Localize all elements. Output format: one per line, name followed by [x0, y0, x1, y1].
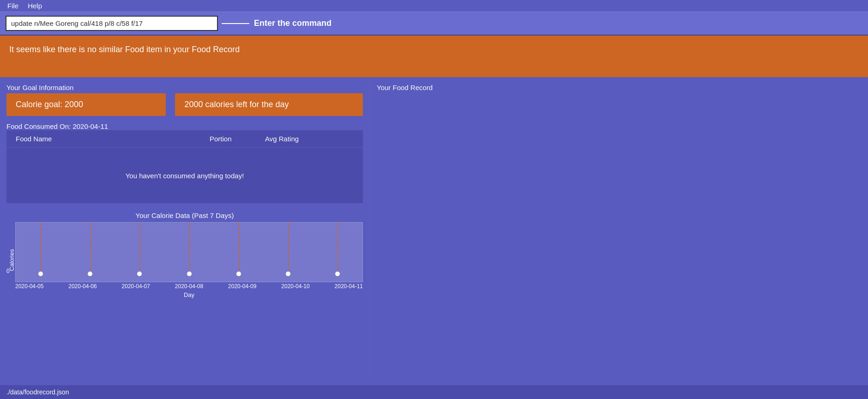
chart-dot: [335, 272, 340, 276]
chart-dashed-line: [41, 223, 42, 274]
calories-left-box: 2000 calories left for the day: [175, 93, 363, 116]
food-consumed-section: Food Consumed On: 2020-04-11 Food Name P…: [6, 121, 363, 203]
chart-dashed-line: [189, 223, 190, 274]
status-path: ./data/foodrecord.json: [6, 388, 69, 396]
chart-dashed-line: [239, 223, 240, 274]
chart-dashed-line: [338, 223, 338, 274]
command-bar: Enter the command: [0, 12, 868, 36]
chart-dashed-line: [288, 223, 289, 274]
food-table-body: You haven't consumed anything today!: [6, 148, 363, 203]
chart-x-date-label: 2020-04-09: [228, 283, 256, 290]
calorie-goal-box: Calorie goal: 2000: [6, 93, 166, 116]
command-arrow: [222, 23, 252, 24]
command-label: Enter the command: [254, 18, 332, 28]
chart-dashed-line: [90, 223, 91, 274]
status-bar: ./data/foodrecord.json: [0, 385, 868, 399]
command-input[interactable]: [6, 16, 218, 31]
right-panel: Your Food Record: [370, 77, 868, 379]
chart-x-date-label: 2020-04-07: [122, 283, 150, 290]
chart-x-labels: 2020-04-052020-04-062020-04-072020-04-08…: [15, 282, 363, 290]
food-table-header: Food Name Portion Avg Rating: [6, 130, 363, 148]
chart-inner: 0: [15, 222, 363, 282]
goal-section: Your Goal Information Calorie goal: 2000…: [6, 84, 363, 116]
chart-dot: [38, 272, 43, 276]
col-portion: Portion: [210, 135, 265, 143]
chart-title: Your Calorie Data (Past 7 Days): [6, 212, 363, 219]
left-panel: Your Goal Information Calorie goal: 2000…: [0, 77, 369, 379]
main-content: Your Goal Information Calorie goal: 2000…: [0, 77, 868, 379]
empty-food-message: You haven't consumed anything today!: [126, 172, 244, 180]
chart-zero: 0: [6, 268, 10, 274]
chart-dot: [236, 272, 241, 276]
chart-section: Your Calorie Data (Past 7 Days) Calories…: [6, 212, 363, 298]
goal-row: Calorie goal: 2000 2000 calories left fo…: [6, 93, 363, 116]
food-table: Food Name Portion Avg Rating You haven't…: [6, 130, 363, 203]
chart-x-axis-label: Day: [15, 291, 363, 298]
col-avg-rating: Avg Rating: [265, 135, 354, 143]
chart-x-date-label: 2020-04-08: [175, 283, 203, 290]
chart-x-date-label: 2020-04-05: [15, 283, 43, 290]
chart-x-date-label: 2020-04-10: [281, 283, 309, 290]
chart-x-date-label: 2020-04-11: [335, 283, 363, 290]
chart-dot: [187, 272, 192, 276]
chart-dot: [88, 272, 92, 276]
goal-section-title: Your Goal Information: [6, 84, 363, 91]
menu-bar: File Help: [0, 0, 868, 12]
food-date: Food Consumed On: 2020-04-11: [6, 122, 363, 130]
menu-help[interactable]: Help: [28, 2, 42, 10]
chart-dot: [137, 272, 142, 276]
chart-dashed-line: [139, 223, 140, 274]
food-record-title: Your Food Record: [377, 84, 862, 91]
error-banner: It seems like there is no similar Food i…: [0, 36, 868, 77]
chart-y-label: Calories: [6, 222, 15, 298]
chart-container: Calories 0 2020-04-052020-04-062020-04-0…: [6, 222, 363, 298]
chart-x-date-label: 2020-04-06: [68, 283, 96, 290]
col-food-name: Food Name: [16, 135, 210, 143]
error-message: It seems like there is no similar Food i…: [9, 45, 240, 54]
menu-file[interactable]: File: [7, 2, 18, 10]
chart-dot: [286, 272, 290, 276]
